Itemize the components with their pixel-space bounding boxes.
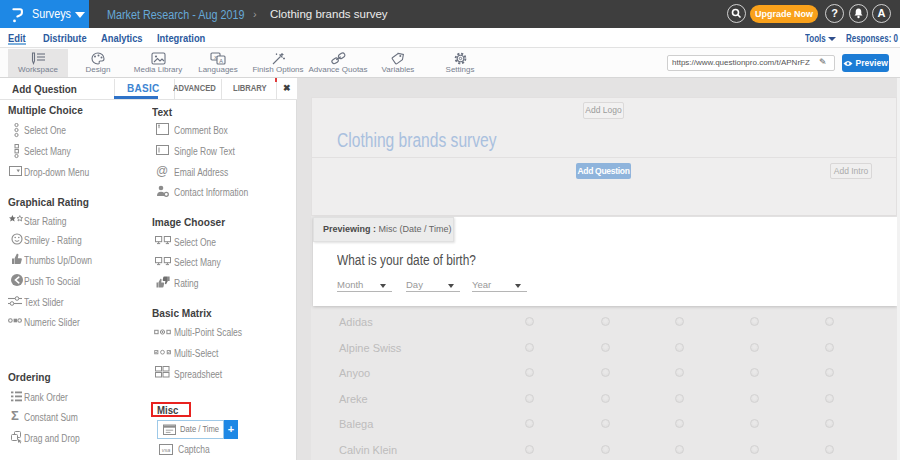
svg-text:A: A	[219, 58, 223, 64]
svg-text:vsa: vsa	[162, 447, 171, 453]
svg-text:x: x	[214, 54, 217, 60]
